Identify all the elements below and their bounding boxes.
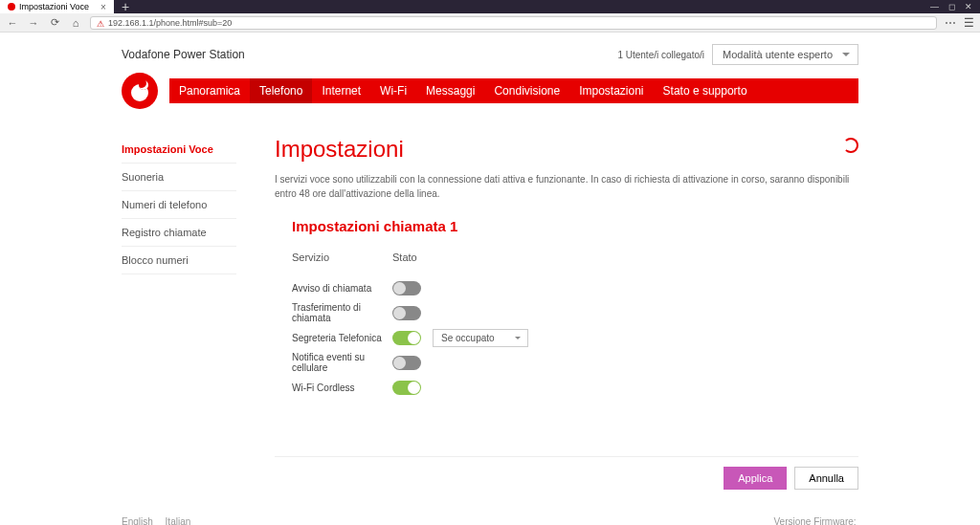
refresh-icon[interactable] xyxy=(843,138,858,153)
users-count: 1 Utente/i collegato/i xyxy=(617,50,704,60)
lang-italian[interactable]: Italian xyxy=(166,516,191,525)
nav-wifi[interactable]: Wi-Fi xyxy=(370,78,416,103)
dropdown-segreteria-value: Se occupato xyxy=(441,333,495,343)
maximize-icon[interactable]: ◻ xyxy=(948,2,955,11)
page-title: Impostazioni xyxy=(275,136,858,163)
sidebar-suoneria[interactable]: Suoneria xyxy=(122,164,236,191)
new-tab-button[interactable]: + xyxy=(114,0,137,14)
mode-select-value: Modalità utente esperto xyxy=(723,49,833,60)
vodafone-logo xyxy=(122,73,158,109)
label-avviso: Avviso di chiamata xyxy=(292,283,392,294)
close-icon[interactable]: × xyxy=(100,2,106,12)
brand-title: Vodafone Power Station xyxy=(122,48,245,61)
toggle-segreteria[interactable] xyxy=(392,331,421,345)
nav-stato[interactable]: Stato e supporto xyxy=(654,78,757,103)
row-wificordless: Wi-Fi Cordless xyxy=(292,376,858,399)
sidebar-impostazioni-voce[interactable]: Impostazioni Voce xyxy=(122,136,236,164)
back-button[interactable]: ← xyxy=(6,16,19,30)
label-notifica: Notifica eventi su cellulare xyxy=(292,352,392,373)
main-nav: Panoramica Telefono Internet Wi-Fi Messa… xyxy=(169,78,858,103)
nav-messaggi[interactable]: Messaggi xyxy=(416,78,484,103)
toggle-avviso[interactable] xyxy=(392,281,421,295)
reload-button[interactable]: ⟳ xyxy=(48,16,61,30)
sidebar-numeri[interactable]: Numeri di telefono xyxy=(122,191,236,219)
nav-internet[interactable]: Internet xyxy=(312,78,370,103)
footer-info: Versione Firmware: Indirizzo WAN IPv4: xyxy=(773,516,858,525)
label-wificordless: Wi-Fi Cordless xyxy=(292,383,392,393)
mode-select[interactable]: Modalità utente esperto xyxy=(712,44,858,65)
label-trasferimento: Trasferimento di chiamata xyxy=(292,302,392,323)
row-segreteria: Segreteria Telefonica Se occupato xyxy=(292,326,858,349)
footer-lang: English Italian xyxy=(122,516,200,525)
forward-button[interactable]: → xyxy=(27,16,40,30)
url-input[interactable]: ⚠ 192.168.1.1/phone.html#sub=20 xyxy=(90,16,937,30)
browser-toolbar: ← → ⟳ ⌂ ⚠ 192.168.1.1/phone.html#sub=20 … xyxy=(0,13,980,33)
col-service-header: Servizio xyxy=(292,252,392,263)
url-text: 192.168.1.1/phone.html#sub=20 xyxy=(108,18,232,28)
insecure-icon: ⚠ xyxy=(97,19,104,27)
toggle-trasferimento[interactable] xyxy=(392,306,421,320)
browser-overflow-icon[interactable]: ☰ xyxy=(964,16,974,30)
firmware-version: Versione Firmware: xyxy=(773,516,858,525)
nav-condivisione[interactable]: Condivisione xyxy=(484,78,569,103)
browser-tab[interactable]: Impostazioni Voce × xyxy=(0,0,114,13)
lang-english[interactable]: English xyxy=(122,516,153,525)
sidebar-registro[interactable]: Registro chiamate xyxy=(122,219,236,247)
nav-panoramica[interactable]: Panoramica xyxy=(169,78,250,103)
toggle-notifica[interactable] xyxy=(392,356,421,370)
page-description: I servizi voce sono utilizzabili con la … xyxy=(275,172,858,201)
row-notifica: Notifica eventi su cellulare xyxy=(292,351,858,374)
browser-menu-icon[interactable]: ⋯ xyxy=(945,16,956,30)
apply-button[interactable]: Applica xyxy=(724,467,787,490)
dropdown-segreteria[interactable]: Se occupato xyxy=(433,329,528,347)
browser-tab-bar: Impostazioni Voce × + — ◻ ✕ xyxy=(0,0,980,13)
close-window-icon[interactable]: ✕ xyxy=(965,2,972,11)
minimize-icon[interactable]: — xyxy=(930,2,939,11)
label-segreteria: Segreteria Telefonica xyxy=(292,333,392,343)
row-trasferimento: Trasferimento di chiamata xyxy=(292,301,858,324)
row-avviso: Avviso di chiamata xyxy=(292,276,858,299)
window-controls: — ◻ ✕ xyxy=(930,2,980,11)
sidebar-blocco[interactable]: Blocco numeri xyxy=(122,247,236,274)
sidebar: Impostazioni Voce Suoneria Numeri di tel… xyxy=(122,136,236,490)
section-title: Impostazioni chiamata 1 xyxy=(292,218,858,234)
nav-impostazioni[interactable]: Impostazioni xyxy=(569,78,653,103)
tab-favicon xyxy=(8,3,15,11)
cancel-button[interactable]: Annulla xyxy=(794,467,858,490)
tab-title: Impostazioni Voce xyxy=(19,2,89,11)
nav-telefono[interactable]: Telefono xyxy=(250,78,312,103)
col-state-header: Stato xyxy=(392,252,450,263)
home-button[interactable]: ⌂ xyxy=(69,16,82,30)
toggle-wificordless[interactable] xyxy=(392,381,421,395)
